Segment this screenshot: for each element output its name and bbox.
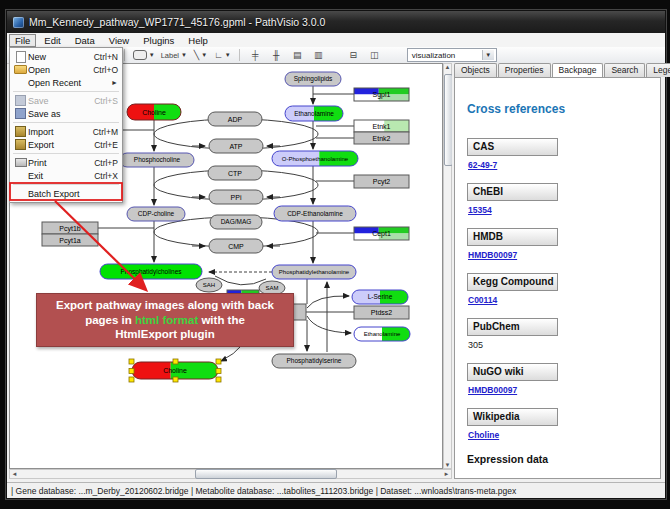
scale-icon: ◫ [370, 50, 379, 60]
file-menu-item-save[interactable]: SaveCtrl+S [10, 94, 122, 107]
selection-handle[interactable] [129, 359, 134, 364]
menu-item-label: Open Recent [28, 78, 105, 88]
menubar-item-plugins[interactable]: Plugins [137, 34, 180, 47]
menu-item-label: Batch Export [28, 189, 112, 199]
selection-handle[interactable] [216, 377, 221, 382]
pathway-node-atp[interactable]: ATP [209, 139, 263, 153]
file-menu-item-open-recent[interactable]: Open Recent► [10, 76, 122, 89]
selection-handle[interactable] [129, 377, 134, 382]
pathway-node-pcyt1a[interactable]: Pcyt1a [42, 234, 98, 246]
menubar-item-help[interactable]: Help [182, 34, 214, 47]
pathway-node-sphingolipids[interactable]: Sphingolipids [285, 72, 341, 86]
pathway-node-etnk2[interactable]: Etnk2 [354, 132, 409, 144]
tab-objects[interactable]: Objects [454, 63, 497, 77]
pathway-node-sah[interactable]: SAH [196, 278, 222, 292]
align-center-vertical-button[interactable]: ╫ [266, 48, 287, 63]
xref-link[interactable]: HMDB00097 [468, 385, 660, 395]
distribute-rows-button[interactable]: ▤ [287, 48, 308, 63]
selection-handle[interactable] [216, 369, 221, 374]
pathway-node-ethanolamine-top[interactable]: Ethanolamine [285, 106, 343, 121]
xref-link[interactable]: HMDB00097 [468, 250, 660, 260]
pathway-node-choline-selected[interactable]: Choline [129, 359, 221, 382]
pathway-node-o-phosphoethanolamine[interactable]: O-Phosphoethanolamine [272, 151, 358, 166]
toolbar-separator [124, 49, 125, 61]
visualization-combobox[interactable]: visualization ▼ [407, 48, 497, 62]
xref-section-chebi: ChEBI15354 [467, 183, 660, 215]
menu-item-label: Save as [28, 109, 112, 119]
menubar-item-file[interactable]: File [9, 34, 36, 47]
pathway-node-pcyt1b[interactable]: Pcyt1b [42, 222, 98, 234]
pathway-node-etnk1[interactable]: Etnk1 [354, 120, 409, 132]
pathway-node-choline-top[interactable]: Choline [127, 104, 181, 120]
distribute-columns-icon: ▥ [314, 50, 323, 60]
xref-link[interactable]: 62-49-7 [468, 160, 660, 170]
canvas-vertical-scrollbar[interactable]: ▲ ▼ [443, 63, 452, 469]
pathway-node-l-serine[interactable]: L-Serine [352, 290, 408, 304]
menu-item-shortcut: Ctrl+O [93, 65, 118, 75]
connector-tool-dropdown[interactable]: ∟ ▼ [211, 48, 234, 63]
tab-legend[interactable]: Legend [646, 63, 670, 77]
pathway-node-adp[interactable]: ADP [208, 112, 262, 126]
pathway-node-cdp-choline[interactable]: CDP-choline [127, 207, 185, 221]
selection-handle[interactable] [129, 369, 134, 374]
xref-section-kegg-compound: Kegg CompoundC00114 [467, 273, 660, 305]
title-bar[interactable]: Mm_Kennedy_pathway_WP1771_45176.gpml - P… [7, 11, 665, 34]
pathway-node-phosphocholine[interactable]: Phosphocholine [120, 153, 194, 167]
selection-handle[interactable] [216, 359, 221, 364]
datanode-type-dropdown[interactable]: ▼ [130, 48, 158, 63]
callout-highlight: html format [135, 314, 198, 326]
horizontal-scroll-thumb[interactable] [195, 469, 337, 479]
file-menu-item-exit[interactable]: ExitCtrl+X [10, 169, 122, 182]
pathway-node-anchor-box[interactable] [292, 304, 306, 320]
xref-link[interactable]: Choline [468, 430, 660, 440]
scroll-right-icon[interactable]: ► [442, 471, 451, 477]
selection-handle[interactable] [173, 359, 178, 364]
file-menu-item-import[interactable]: ImportCtrl+M [10, 125, 122, 138]
pathway-node-cmp[interactable]: CMP [209, 239, 263, 253]
xref-database-name: HMDB [467, 228, 558, 246]
file-menu-item-save-as[interactable]: Save as [10, 107, 122, 120]
menubar-item-view[interactable]: View [103, 34, 135, 47]
tab-search[interactable]: Search [604, 63, 645, 77]
pathway-node-phosphatidylcholines[interactable]: Phosphatidylcholines [100, 264, 202, 279]
pathway-node-phosphatidylserine[interactable]: Phosphatidylserine [272, 354, 356, 368]
pathway-node-cept1[interactable]: Cept1 [354, 227, 409, 240]
selection-handle[interactable] [173, 377, 178, 382]
scroll-left-icon[interactable]: ◄ [10, 471, 19, 477]
pathway-node-label: Pcyt1a [59, 237, 81, 245]
xref-link[interactable]: C00114 [468, 295, 660, 305]
pathway-node-cdp-ethanolamine[interactable]: CDP-Ethanolamine [274, 206, 356, 221]
menubar-item-edit[interactable]: Edit [38, 34, 66, 47]
file-menu-item-new[interactable]: NewCtrl+N [10, 50, 122, 63]
menubar-item-data[interactable]: Data [69, 34, 101, 47]
pathway-node-ptdss2[interactable]: Ptdss2 [354, 306, 409, 319]
pathway-node-ppi[interactable]: PPi [209, 190, 263, 204]
scroll-up-icon[interactable]: ▲ [444, 64, 451, 70]
chevron-down-icon[interactable]: ▼ [482, 50, 494, 60]
pathway-node-ctp[interactable]: CTP [208, 166, 262, 180]
xref-section-nugo-wiki: NuGO wikiHMDB00097 [467, 363, 660, 395]
file-menu-item-export[interactable]: ExportCtrl+E [10, 138, 122, 151]
tab-properties[interactable]: Properties [498, 63, 551, 77]
pathway-node-ethanolamine-bottom[interactable]: Ethanolamine [354, 327, 410, 341]
file-menu-item-print[interactable]: PrintCtrl+P [10, 156, 122, 169]
backpage-panel[interactable]: Cross references CAS62-49-7ChEBI15354HMD… [454, 77, 661, 479]
pathway-node-dag-mag[interactable]: DAG/MAG [210, 215, 262, 229]
pathway-node-pcyt2[interactable]: Pcyt2 [354, 175, 409, 188]
file-menu-item-open[interactable]: OpenCtrl+O [10, 63, 122, 76]
tab-backpage[interactable]: Backpage [552, 63, 604, 77]
scale-button[interactable]: ◫ [364, 48, 385, 63]
align-center-horizontal-button[interactable]: ╪ [245, 48, 266, 63]
file-menu-item-batch-export[interactable]: Batch Export [10, 187, 122, 200]
canvas-horizontal-scrollbar[interactable]: ◄ ► [9, 469, 452, 479]
pathway-node-phosphatidylethanolamine[interactable]: Phosphatidylethanolamine [272, 265, 356, 279]
pathway-node-sgpl1[interactable]: Sgpl1 [354, 88, 409, 101]
scroll-down-icon[interactable]: ▼ [444, 462, 451, 468]
label-tool-dropdown[interactable]: Label ▼ [158, 48, 190, 63]
line-tool-dropdown[interactable]: ╲ ▼ [190, 48, 211, 63]
xref-link[interactable]: 15354 [468, 205, 660, 215]
distribute-columns-button[interactable]: ▥ [308, 48, 329, 63]
align-center-horizontal-icon: ╪ [252, 50, 258, 60]
stack-button[interactable]: ⊟ [343, 48, 364, 63]
app-window: Mm_Kennedy_pathway_WP1771_45176.gpml - P… [6, 10, 666, 499]
